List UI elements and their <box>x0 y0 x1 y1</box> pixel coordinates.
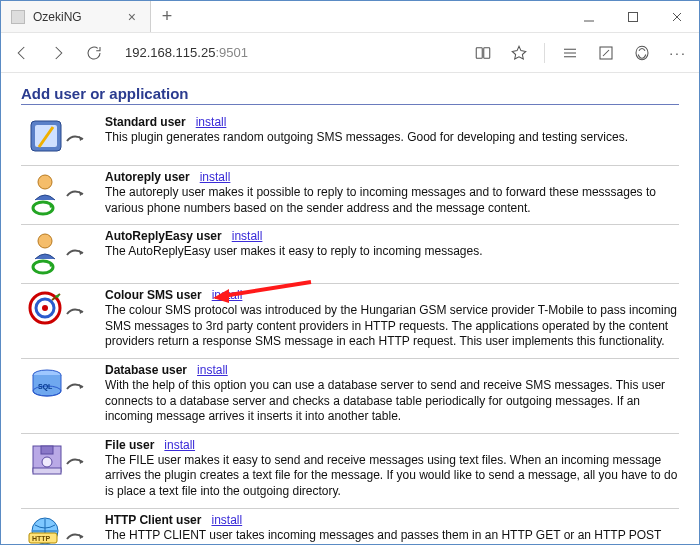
item-name: AutoReplyEasy user <box>105 229 222 243</box>
item-name: Colour SMS user <box>105 288 202 302</box>
user-item: Autoreply user install The autoreply use… <box>21 168 679 222</box>
address-bar[interactable]: 192.168.115.25:9501 <box>119 41 458 64</box>
svg-point-25 <box>42 457 52 467</box>
item-name: Database user <box>105 363 187 377</box>
item-desc: The FILE user makes it easy to send and … <box>105 453 679 500</box>
item-name: Standard user <box>105 115 186 129</box>
file-user-icon <box>21 438 93 500</box>
svg-text:SQL: SQL <box>38 383 53 391</box>
item-desc: This plugin generates random outgoing SM… <box>105 130 679 146</box>
svg-rect-23 <box>33 468 61 474</box>
tab-title: OzekiNG <box>33 10 124 24</box>
forward-button[interactable] <box>47 42 69 64</box>
url-port: :9501 <box>215 45 248 60</box>
item-desc: The AutoReplyEasy user makes it easy to … <box>105 244 679 260</box>
item-desc: The colour SMS protocol was introduced b… <box>105 303 679 350</box>
page-content: Add user or application Standard user in… <box>1 73 699 544</box>
install-link[interactable]: install <box>200 170 231 184</box>
divider <box>21 165 679 166</box>
maximize-button[interactable] <box>611 1 655 32</box>
webnote-button[interactable] <box>595 42 617 64</box>
install-link[interactable]: install <box>211 513 242 527</box>
svg-rect-4 <box>476 47 482 58</box>
standard-user-icon <box>21 115 93 157</box>
item-name: File user <box>105 438 154 452</box>
svg-rect-24 <box>41 446 53 454</box>
item-desc: The HTTP CLIENT user takes incoming mess… <box>105 528 679 544</box>
reading-view-button[interactable] <box>472 42 494 64</box>
user-item: Standard user install This plugin genera… <box>21 113 679 163</box>
install-link[interactable]: install <box>197 363 228 377</box>
page-title: Add user or application <box>21 85 679 105</box>
new-tab-button[interactable]: + <box>151 1 183 32</box>
install-link[interactable]: install <box>164 438 195 452</box>
back-button[interactable] <box>11 42 33 64</box>
favorite-button[interactable] <box>508 42 530 64</box>
svg-point-13 <box>38 234 52 248</box>
user-item: SQL Database user install With the help … <box>21 361 679 431</box>
user-item: HTTP HTTP Client user install The HTTP C… <box>21 511 679 544</box>
item-desc: The autoreply user makes it possible to … <box>105 185 679 216</box>
window-titlebar: OzekiNG × + <box>1 1 699 33</box>
item-desc: With the help of this option you can use… <box>105 378 679 425</box>
minimize-button[interactable] <box>567 1 611 32</box>
share-button[interactable] <box>631 42 653 64</box>
divider <box>21 433 679 434</box>
divider <box>21 358 679 359</box>
svg-text:HTTP: HTTP <box>32 535 51 542</box>
svg-point-12 <box>38 175 52 189</box>
autoreplyeasy-user-icon <box>21 229 93 275</box>
more-button[interactable]: ··· <box>667 42 689 64</box>
database-user-icon: SQL <box>21 363 93 425</box>
divider <box>21 508 679 509</box>
autoreply-user-icon <box>21 170 93 216</box>
url-host: 192.168.115.25 <box>125 45 215 60</box>
install-link[interactable]: install <box>232 229 263 243</box>
user-item: File user install The FILE user makes it… <box>21 436 679 506</box>
close-tab-button[interactable]: × <box>124 9 140 25</box>
install-link[interactable]: install <box>196 115 227 129</box>
http-client-user-icon: HTTP <box>21 513 93 544</box>
browser-tab[interactable]: OzekiNG × <box>1 1 151 32</box>
toolbar-separator <box>544 43 545 63</box>
divider <box>21 224 679 225</box>
page-favicon <box>11 10 25 24</box>
browser-toolbar: 192.168.115.25:9501 ··· <box>1 33 699 73</box>
svg-point-16 <box>42 305 48 311</box>
svg-rect-5 <box>484 47 490 58</box>
refresh-button[interactable] <box>83 42 105 64</box>
item-name: HTTP Client user <box>105 513 201 527</box>
user-item: Colour SMS user install The colour SMS p… <box>21 286 679 356</box>
install-link[interactable]: install <box>212 288 243 302</box>
svg-rect-1 <box>629 12 638 21</box>
colour-sms-user-icon <box>21 288 93 350</box>
user-item: AutoReplyEasy user install The AutoReply… <box>21 227 679 281</box>
close-window-button[interactable] <box>655 1 699 32</box>
window-controls <box>567 1 699 32</box>
divider <box>21 283 679 284</box>
hub-button[interactable] <box>559 42 581 64</box>
item-name: Autoreply user <box>105 170 190 184</box>
